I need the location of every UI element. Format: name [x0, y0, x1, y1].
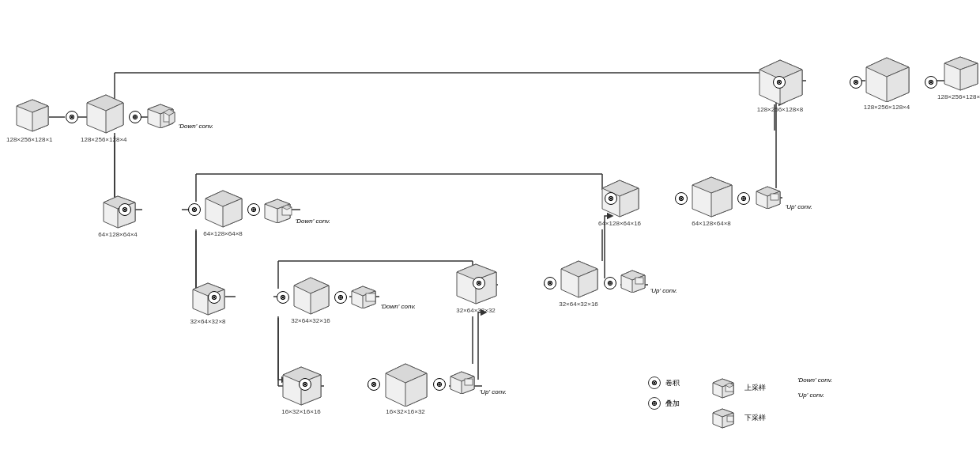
op-conv-11: ⊗ [675, 192, 688, 205]
node-input: 128×256×128×1 [6, 93, 53, 143]
op-add-3: ⊕ [334, 291, 347, 304]
svg-rect-98 [635, 278, 643, 284]
op-conv-14: ⊗ [925, 76, 937, 89]
legend-conv-label: 卷积 [665, 378, 680, 388]
legend-upsample-label: 上采样 [744, 383, 766, 393]
node-64x128x64x8-dec: 64×128×64×8 [688, 171, 735, 227]
up-conv-mid: 'Up' conv. [620, 267, 677, 294]
label-32-64-32-32: 32×64×32×32 [456, 307, 496, 314]
label-128-256-128-4-enc: 128×256×128×4 [81, 136, 127, 143]
label-128-256-128-4-dec: 128×256×128×4 [864, 104, 910, 111]
legend: ⊗ 卷积 ⊕ 叠加 上采样 [648, 376, 832, 429]
node-64x128x64x4: 64×128×64×4 [97, 188, 138, 238]
node-64x128x64x8: 64×128×64×8 [201, 184, 245, 237]
node-32x64x32x16-dec: 32×64×32×16 [556, 255, 601, 308]
label-64-128-64-4: 64×128×64×4 [98, 231, 138, 238]
node-16x32x16x32: 16×32×16×32 [381, 358, 430, 415]
node-32x64x32x16: 32×64×32×16 [289, 273, 332, 324]
label-16-32-16-32: 16×32×16×32 [386, 408, 425, 415]
up-conv-topmid: 'Up' conv. [755, 183, 812, 210]
op-conv-1: ⊗ [66, 111, 78, 123]
op-conv-3: ⊗ [188, 203, 201, 216]
op-add-1: ⊕ [129, 111, 141, 123]
label-128-256-128-8: 128×256×128×8 [757, 106, 804, 113]
node-128x256x128x4-dec: 128×256×128×4 [861, 51, 912, 111]
up-conv-bottom: 'Up' conv. [449, 369, 507, 395]
node-128x256x128x1-output: 128×256×128×1 [937, 51, 980, 100]
down-conv-1: 'Down' conv. [146, 101, 213, 130]
down-conv-3: 'Down' conv. [350, 283, 416, 310]
svg-rect-78 [366, 293, 375, 301]
op-conv-7: ⊗ [368, 378, 380, 391]
label-input: 128×256×128×1 [6, 136, 53, 143]
diagram-canvas: 128×256×128×1 ⊗ 128×256×128×4 ⊕ 'Down' c… [0, 0, 980, 454]
label-32-64-32-16-dec: 32×64×32×16 [559, 301, 598, 308]
label-64-128-64-8: 64×128×64×8 [203, 230, 243, 237]
op-conv-5: ⊗ [277, 291, 289, 304]
label-128-256-128-1-output: 128×256×128×1 [937, 93, 980, 100]
op-conv-13: ⊗ [850, 76, 862, 89]
legend-add-label: 叠加 [665, 399, 680, 409]
svg-rect-126 [727, 416, 733, 422]
op-conv-9: ⊗ [544, 277, 556, 289]
op-conv-8: ⊗ [473, 277, 485, 289]
svg-rect-88 [465, 379, 473, 385]
label-64-128-64-16: 64×128×64×16 [598, 220, 641, 227]
op-conv-2: ⊗ [119, 203, 131, 216]
legend-downsample-label: 下采样 [744, 413, 766, 423]
op-add-4: ⊕ [433, 378, 446, 391]
down-conv-2: 'Down' conv. [263, 196, 330, 225]
label-32-64-32-16: 32×64×32×16 [291, 317, 330, 324]
svg-rect-108 [771, 194, 778, 200]
op-add-5: ⊕ [604, 277, 616, 289]
label-32-64-32-8: 32×64×32×8 [190, 318, 225, 325]
op-conv-10: ⊗ [605, 192, 617, 205]
op-conv-4: ⊗ [208, 291, 220, 304]
label-64-128-64-8-dec: 64×128×64×8 [692, 220, 731, 227]
op-conv-6: ⊗ [299, 378, 311, 391]
op-conv-12: ⊗ [773, 76, 786, 89]
op-add-6: ⊕ [737, 192, 750, 205]
label-16-32-16-16: 16×32×16×16 [281, 408, 321, 415]
node-128x256x128x4-enc: 128×256×128×4 [81, 89, 127, 143]
op-add-2: ⊕ [247, 203, 260, 216]
